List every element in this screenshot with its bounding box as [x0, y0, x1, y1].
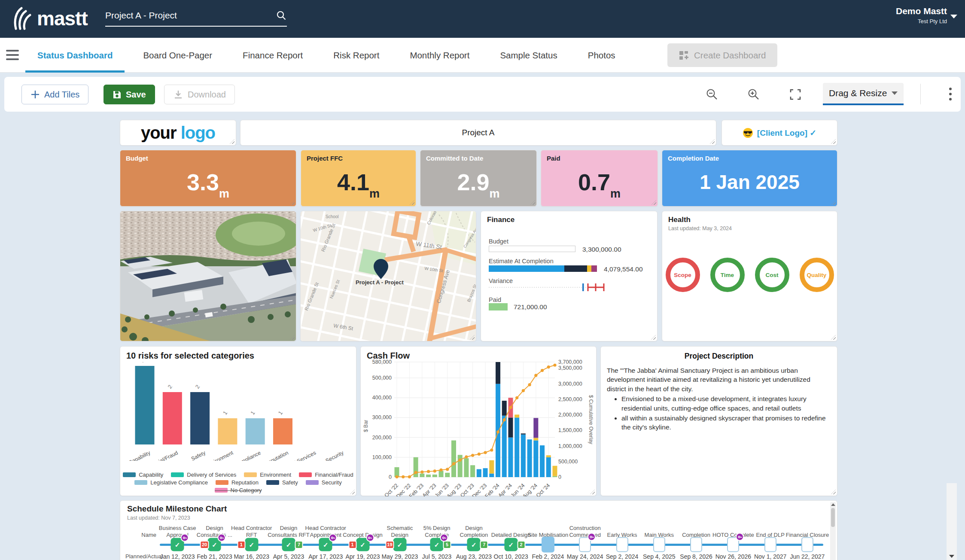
- legend-item-delivery-of-services[interactable]: Delivery of Services: [171, 472, 236, 478]
- user-menu[interactable]: Demo Mastt Test Pty Ltd: [896, 6, 947, 24]
- risk-chart-tile[interactable]: 10 risks for selected categories 3Capabi…: [120, 346, 356, 496]
- milestone-node[interactable]: ✓7: [282, 538, 295, 551]
- legend-item-safety[interactable]: Safety: [266, 479, 298, 486]
- kpi-value: 4.1: [337, 170, 369, 194]
- tab-monthly-report[interactable]: Monthly Report: [410, 38, 469, 73]
- zoom-in-icon[interactable]: [747, 88, 760, 101]
- milestone-detailed-design[interactable]: Detailed Design✓2Oct 10, 2023: [493, 521, 530, 560]
- tab-sample-status[interactable]: Sample Status: [500, 38, 557, 73]
- add-tiles-button[interactable]: Add Tiles: [21, 85, 88, 104]
- kpi-completion-date-tile[interactable]: Completion Date 1 Jan 2025: [662, 150, 837, 207]
- milestone-early-works[interactable]: Early WorksSep 2, 2024: [603, 521, 640, 560]
- legend-item-security[interactable]: Security: [306, 479, 342, 486]
- nav-bar: Status DashboardBoard One-PagerFinance R…: [0, 38, 965, 73]
- legend-item-financial-fraud[interactable]: Financial/Fraud: [299, 472, 353, 478]
- kpi-committed-tile[interactable]: Committed to Date 2.9m: [420, 150, 537, 207]
- milestone-hoto-complete[interactable]: HOTO CompleteNov 26, 2026: [715, 521, 752, 560]
- milestone-main-works[interactable]: Main WorksSep 4, 2025: [641, 521, 678, 560]
- milestone-node[interactable]: ✓1: [356, 538, 369, 551]
- milestone-future-marker: [690, 537, 702, 552]
- scroll-down-icon[interactable]: [949, 555, 954, 558]
- milestone-financial-closure[interactable]: Financial ClosureJun 22, 2027: [789, 521, 826, 560]
- milestone-node[interactable]: ✓: [319, 538, 332, 551]
- scroll-up-icon[interactable]: [831, 503, 835, 506]
- milestone-node[interactable]: [616, 537, 628, 552]
- milestone-design-consultants-[interactable]: Design Consultants ...✓20Feb 21, 2023: [196, 521, 233, 560]
- map-tile[interactable]: SchoolW 10th StRio Grande StRio Grande S…: [300, 211, 476, 341]
- tab-status-dashboard[interactable]: Status Dashboard: [37, 38, 113, 73]
- search-icon[interactable]: [276, 10, 287, 21]
- legend-item-reputation[interactable]: Reputation: [216, 479, 259, 486]
- project-search-input[interactable]: Project A - Project: [105, 5, 287, 27]
- health-circle-scope: Scope: [666, 258, 700, 292]
- kpi-budget-tile[interactable]: Budget 3.3m: [120, 150, 296, 207]
- milestone-node[interactable]: ✓19: [393, 538, 406, 551]
- milestone-design-completion[interactable]: Design Completion✓7Aug 23, 2023: [455, 521, 492, 560]
- legend-item-legislative-compliance[interactable]: Legislative Compliance: [134, 479, 208, 486]
- milestone-head-contractor-rft[interactable]: Head Contractor RFT✓1Mar 16, 2023: [233, 521, 270, 560]
- health-tile[interactable]: Health Last updated: May 3, 2024 ScopeTi…: [662, 211, 837, 341]
- client-logo-tile[interactable]: [Client Logo] ✓: [721, 120, 837, 146]
- fullscreen-icon[interactable]: [789, 88, 802, 101]
- milestone-end-of-dlp[interactable]: End of DLPNov 1, 2027: [752, 521, 789, 560]
- milestone-node[interactable]: ✓1: [245, 538, 258, 551]
- milestone-concept-design[interactable]: Concept Design✓1Apr 19, 2023: [344, 521, 381, 560]
- scrollbar-thumb[interactable]: [831, 508, 835, 527]
- tab-board-one-pager[interactable]: Board One-Pager: [143, 38, 212, 73]
- milestone-design-consultants-rft[interactable]: Design Consultants RFT✓7Apr 5, 2023: [270, 521, 307, 560]
- milestone-node[interactable]: [727, 537, 739, 552]
- milestone-node[interactable]: [690, 537, 702, 552]
- more-options-kebab-icon[interactable]: [944, 85, 957, 103]
- milestone-node[interactable]: ✓20: [208, 538, 221, 551]
- milestone-node[interactable]: [764, 537, 776, 552]
- schedule-milestone-tile[interactable]: Schedule Milestone Chart Last updated: N…: [120, 500, 837, 560]
- finance-budget-value: 3,300,000.00: [582, 246, 621, 253]
- milestone-schematic-design[interactable]: Schematic Design✓19May 29, 2023: [381, 521, 418, 560]
- cashflow-bar-segment: [521, 433, 526, 434]
- milestone-node[interactable]: ✓: [171, 538, 184, 551]
- milestone-site-mobilisation[interactable]: Site MobilisationFeb 2, 2024: [530, 521, 566, 560]
- legend-item-no-category[interactable]: No Category: [215, 487, 262, 493]
- milestone-date: Jun 22, 2027: [785, 553, 830, 560]
- finance-tile[interactable]: Finance Budget 3,300,000.00 Estimate At …: [481, 211, 658, 341]
- user-menu-caret-icon[interactable]: [950, 15, 957, 18]
- milestone-node[interactable]: [801, 537, 813, 552]
- milestone-node[interactable]: [579, 537, 591, 552]
- tab-photos[interactable]: Photos: [588, 38, 615, 73]
- mode-select-dropdown[interactable]: Drag & Resize: [823, 83, 904, 105]
- milestone-business-case-approval[interactable]: Business Case Approval✓Jan 12, 2023: [159, 521, 196, 560]
- your-logo-tile[interactable]: your logo: [120, 120, 236, 146]
- project-description-tile[interactable]: Project Description The "'The Jabba' Ani…: [600, 346, 837, 496]
- milestone-scrollbar[interactable]: [830, 502, 836, 560]
- milestone-5-design-complete[interactable]: 5% Design Complete✓5Jul 5, 2023: [418, 521, 455, 560]
- tab-finance-report[interactable]: Finance Report: [243, 38, 303, 73]
- milestone-head-contractor-appointment[interactable]: Head Contractor Appointment✓Apr 17, 2023: [307, 521, 344, 560]
- tab-risk-report[interactable]: Risk Report: [333, 38, 379, 73]
- milestone-construction-commenced[interactable]: Construction CommencedMay 24, 2024: [566, 521, 603, 560]
- cash-flow-tile[interactable]: Cash Flow 0100,000200,000300,000400,0005…: [360, 346, 597, 496]
- page-scrollbar[interactable]: [947, 483, 957, 560]
- legend-item-environment[interactable]: Environment: [244, 472, 291, 478]
- project-title-tile[interactable]: Project A: [240, 120, 716, 146]
- kpi-value: 1 Jan 2025: [700, 172, 800, 192]
- cashflow-bar-segment: [553, 466, 557, 476]
- milestone-completion[interactable]: CompletionSep 8, 2026: [678, 521, 715, 560]
- zoom-out-icon[interactable]: [706, 88, 718, 101]
- milestone-node[interactable]: [653, 537, 665, 552]
- legend-swatch: [216, 480, 228, 485]
- search-value[interactable]: Project A - Project: [105, 10, 276, 21]
- download-button[interactable]: Download: [164, 85, 235, 104]
- hamburger-menu-icon[interactable]: [6, 50, 19, 60]
- create-dashboard-button[interactable]: Create Dashboard: [667, 43, 777, 67]
- save-button[interactable]: Save: [104, 85, 155, 104]
- milestone-node[interactable]: ✓7: [467, 538, 481, 551]
- aerial-photo-tile[interactable]: [120, 211, 296, 341]
- kpi-project-ffc-tile[interactable]: Project FFC 4.1m: [301, 150, 416, 207]
- project-location-map[interactable]: SchoolW 10th StRio Grande StRio Grande S…: [301, 211, 476, 341]
- mastt-logo[interactable]: mastt: [13, 7, 88, 30]
- milestone-node[interactable]: ✓5: [430, 538, 444, 551]
- milestone-node[interactable]: [542, 537, 554, 553]
- kpi-paid-tile[interactable]: Paid 0.7m: [541, 150, 658, 207]
- milestone-node[interactable]: ✓2: [504, 538, 518, 551]
- legend-item-capability[interactable]: Capability: [123, 472, 163, 478]
